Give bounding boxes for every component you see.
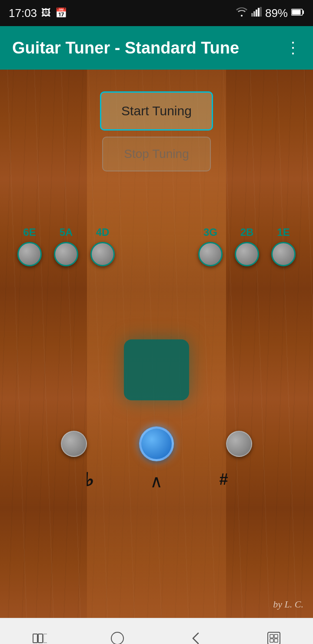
peg-6e-label: 6E xyxy=(23,226,36,238)
svg-rect-4 xyxy=(258,8,260,17)
tuning-symbols-row: ♭ ∧ # xyxy=(85,468,228,491)
svg-rect-16 xyxy=(270,639,273,642)
tuning-buttons-row xyxy=(61,426,252,461)
app-title: Guitar Tuner - Standard Tune xyxy=(12,39,239,57)
peg-1e-circle[interactable] xyxy=(271,242,296,266)
wifi-icon xyxy=(236,7,248,19)
main-content: Start Tuning Stop Tuning 6E 5A 4D 3G xyxy=(0,70,313,618)
nav-home-button[interactable] xyxy=(104,627,130,644)
menu-icon[interactable]: ⋮ xyxy=(285,39,301,57)
sharp-button[interactable] xyxy=(226,431,252,457)
start-tuning-button[interactable]: Start Tuning xyxy=(100,91,213,131)
battery-icon xyxy=(291,7,304,19)
peg-5a-label: 5A xyxy=(60,226,73,238)
recent-apps-icon xyxy=(31,631,47,644)
app-bar: Guitar Tuner - Standard Tune ⋮ xyxy=(0,26,313,70)
flat-button[interactable] xyxy=(61,431,87,457)
left-pegs: 6E 5A 4D xyxy=(17,226,115,266)
nav-bar xyxy=(0,618,313,644)
peg-3g-circle[interactable] xyxy=(198,242,223,266)
nav-app-button[interactable] xyxy=(261,627,287,644)
status-left: 17:03 🖼 📅 xyxy=(9,7,67,20)
peg-2b-label: 2B xyxy=(240,226,254,238)
nav-recent-button[interactable] xyxy=(26,627,52,644)
app-icon xyxy=(266,631,282,644)
svg-rect-1 xyxy=(251,13,253,17)
peg-2b-circle[interactable] xyxy=(235,242,259,266)
peg-5a-circle[interactable] xyxy=(54,242,78,266)
sharp-symbol: # xyxy=(219,470,228,489)
svg-rect-11 xyxy=(43,634,47,643)
center-tune-button[interactable] xyxy=(139,426,174,461)
peg-1e-label: 1E xyxy=(277,226,290,238)
svg-rect-3 xyxy=(256,10,257,17)
right-pegs: 3G 2B 1E xyxy=(198,226,296,266)
calendar-icon: 📅 xyxy=(55,7,67,19)
peg-4d[interactable]: 4D xyxy=(90,226,115,266)
photo-icon: 🖼 xyxy=(41,7,51,19)
chevron-up-icon: ∧ xyxy=(150,471,163,491)
time-display: 17:03 xyxy=(9,7,37,20)
peg-1e[interactable]: 1E xyxy=(271,226,296,266)
svg-rect-5 xyxy=(260,7,262,17)
battery-display: 89% xyxy=(265,7,288,20)
status-bar: 17:03 🖼 📅 89% xyxy=(0,0,313,26)
back-icon xyxy=(190,631,202,644)
stop-tuning-button[interactable]: Stop Tuning xyxy=(102,137,211,171)
svg-rect-7 xyxy=(303,10,304,14)
svg-rect-9 xyxy=(33,634,37,643)
peg-3g[interactable]: 3G xyxy=(198,226,223,266)
peg-4d-circle[interactable] xyxy=(90,242,115,266)
bottom-controls: ♭ ∧ # xyxy=(61,426,252,491)
pegs-area: 6E 5A 4D 3G 2B 1E xyxy=(0,226,313,266)
peg-3g-label: 3G xyxy=(203,226,217,238)
peg-5a[interactable]: 5A xyxy=(54,226,78,266)
peg-6e[interactable]: 6E xyxy=(17,226,42,266)
status-right: 89% xyxy=(236,7,304,20)
nav-back-button[interactable] xyxy=(183,627,209,644)
svg-rect-15 xyxy=(274,634,278,638)
home-icon xyxy=(110,631,125,644)
svg-rect-10 xyxy=(38,634,43,643)
svg-rect-2 xyxy=(253,11,255,17)
peg-4d-label: 4D xyxy=(96,226,110,238)
svg-rect-8 xyxy=(292,10,301,15)
peg-2b[interactable]: 2B xyxy=(235,226,259,266)
svg-rect-17 xyxy=(274,639,278,642)
flat-symbol: ♭ xyxy=(85,469,94,490)
peg-6e-circle[interactable] xyxy=(17,242,42,266)
svg-rect-13 xyxy=(268,632,280,644)
svg-rect-14 xyxy=(270,634,273,638)
signal-icon xyxy=(251,7,262,19)
buttons-area: Start Tuning Stop Tuning xyxy=(100,91,213,171)
svg-rect-12 xyxy=(111,632,123,644)
svg-point-0 xyxy=(241,15,243,17)
watermark: by L. C. xyxy=(273,599,303,610)
guitar-body-display xyxy=(124,339,189,400)
